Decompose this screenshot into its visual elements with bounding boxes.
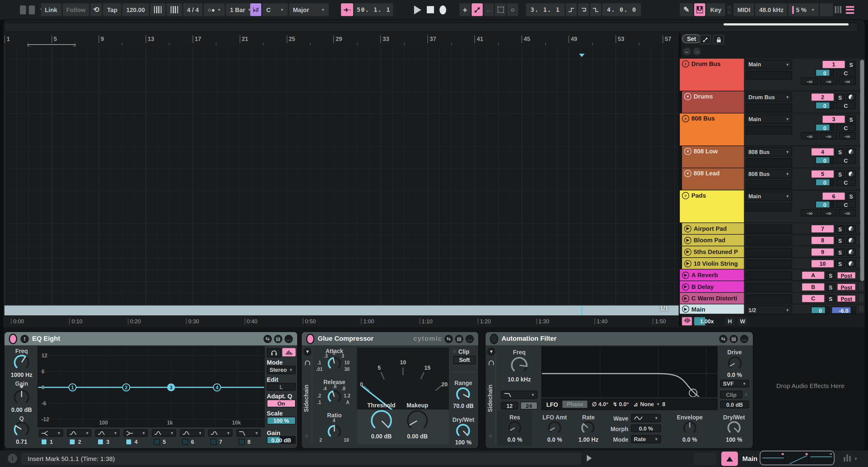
key-scale-icon[interactable]: ♭♯: [250, 3, 261, 16]
input-routing-field[interactable]: [746, 103, 792, 112]
track-fold-icon[interactable]: ▶: [684, 248, 691, 255]
crossfade-field[interactable]: C: [836, 157, 856, 164]
output-routing-menu[interactable]: Main▼: [746, 192, 792, 201]
glue-threshold-value[interactable]: 0.00 dB: [365, 433, 398, 439]
pan-field[interactable]: 0: [815, 69, 834, 76]
playback-speed-field[interactable]: 1.00x: [694, 317, 719, 325]
key-map-button[interactable]: Key: [707, 3, 725, 16]
track-activator[interactable]: 10: [812, 260, 834, 267]
track-scrollbar[interactable]: [860, 60, 864, 281]
routing-field[interactable]: [746, 225, 792, 234]
draw-mode-icon[interactable]: ✎: [680, 3, 693, 16]
device-title[interactable]: Glue Compressor: [318, 335, 373, 343]
tempo-follow-icon[interactable]: ⟲: [90, 3, 102, 16]
af-phase-tab[interactable]: Phase: [562, 401, 588, 408]
af-wave-menu[interactable]: ▼: [631, 414, 661, 423]
af-slope-12-button[interactable]: 12: [501, 402, 518, 409]
glue-range-knob[interactable]: [456, 387, 471, 402]
track-activator[interactable]: 9: [812, 249, 834, 256]
output-routing-menu[interactable]: 808 Bus▼: [746, 147, 792, 157]
af-envelope-value[interactable]: 0.0 %: [673, 436, 707, 443]
width-zoom-button[interactable]: W: [738, 317, 747, 325]
save-preset-icon[interactable]: ▤: [455, 335, 464, 343]
insert-marker-triangle[interactable]: [579, 54, 584, 57]
eq-band-7[interactable]: ▼7: [208, 429, 235, 445]
save-preset-icon[interactable]: ▤: [274, 335, 282, 343]
track-name[interactable]: Drums: [693, 93, 713, 100]
device-fold-icon[interactable]: ▼: [487, 347, 495, 356]
arm-button[interactable]: [846, 93, 856, 101]
set-locator-button[interactable]: Set: [682, 34, 701, 43]
nudge-up-button[interactable]: [166, 3, 182, 16]
track-name[interactable]: B Delay: [691, 283, 714, 290]
output-routing-menu[interactable]: Drum Bus▼: [746, 93, 792, 102]
send-field[interactable]: -∞: [820, 209, 837, 216]
solo-button[interactable]: S: [826, 272, 835, 279]
glue-makeup-knob[interactable]: [406, 409, 428, 431]
af-slope-24-button[interactable]: 24: [521, 402, 538, 409]
glue-drywet-value[interactable]: 100 %: [449, 439, 478, 446]
pan-field[interactable]: 0: [815, 157, 834, 164]
track-header-main[interactable]: ▶Main1/2▼0-6.0: [680, 304, 865, 314]
af-sync-menu[interactable]: ⊿ None▼ 8: [633, 401, 665, 407]
solo-button[interactable]: S: [835, 170, 845, 178]
af-mode-menu[interactable]: Rate▼: [631, 435, 661, 443]
af-cutoff-handle[interactable]: [689, 389, 697, 397]
eq-band-toggle[interactable]: [41, 439, 47, 445]
track-header-airport-pad[interactable]: ▶Airport Pad7S: [680, 223, 865, 235]
track-header-drum-bus[interactable]: ≡Drum BusMain▼1S0C-∞-∞-∞: [680, 59, 865, 91]
af-res-value[interactable]: 0.0 %: [499, 436, 530, 443]
eq-band-toggle[interactable]: [154, 439, 160, 445]
eq-band-8[interactable]: ▼8: [236, 429, 263, 445]
glue-ratio-knob[interactable]: [327, 425, 342, 439]
eq-freq-value[interactable]: 1000 Hz: [5, 371, 38, 378]
solo-button[interactable]: S: [846, 192, 856, 200]
device-title[interactable]: EQ Eight: [32, 335, 60, 343]
eq-edit-channel[interactable]: L: [267, 383, 296, 391]
automation-mode-button[interactable]: [700, 35, 711, 44]
solo-button[interactable]: S: [835, 249, 845, 256]
track-name[interactable]: A Reverb: [691, 272, 718, 278]
scale-name-menu[interactable]: Major▼: [289, 3, 329, 16]
height-zoom-button[interactable]: H: [725, 317, 735, 325]
eq-scale-field[interactable]: 100 %: [267, 417, 296, 425]
pan-field[interactable]: 0: [815, 124, 834, 131]
hot-swap-icon[interactable]: ⇆: [264, 335, 272, 343]
routing-field[interactable]: [746, 283, 792, 292]
track-header-pads[interactable]: ≡PadsMain▼6S0C-∞-∞-∞: [680, 190, 865, 223]
routing-field[interactable]: [746, 236, 792, 245]
track-header-c-warm-distorti[interactable]: ▶C Warm DistortiCSPost: [680, 293, 865, 305]
link-button[interactable]: Link: [41, 3, 61, 16]
solo-button[interactable]: S: [846, 116, 856, 123]
track-name[interactable]: 10 Violin String: [693, 260, 738, 267]
input-routing-field[interactable]: [746, 71, 792, 80]
next-locator-button[interactable]: →: [693, 48, 701, 56]
output-levels-icon[interactable]: ▼: [844, 454, 858, 462]
eq-band-shape-menu[interactable]: ▼: [180, 429, 204, 437]
track-activator[interactable]: 7: [812, 225, 834, 232]
metronome-button[interactable]: ○●▼: [204, 3, 225, 16]
track-fold-icon[interactable]: ▶: [682, 295, 689, 302]
solo-button[interactable]: S: [835, 225, 845, 232]
track-name[interactable]: Drum Bus: [691, 60, 721, 67]
re-enable-automation-icon[interactable]: ←: [484, 3, 494, 16]
af-filter-type-menu[interactable]: ▼: [501, 391, 537, 399]
af-lfoamt-value[interactable]: 0.0 %: [538, 436, 571, 443]
track-activator[interactable]: 2: [812, 93, 834, 101]
glue-soft-clip-toggle[interactable]: Soft: [453, 356, 475, 364]
track-activator[interactable]: 6: [823, 192, 844, 200]
eq-adaptq-toggle[interactable]: On: [267, 400, 296, 407]
eq-spectrum-display[interactable]: 12341260-6-121001k10k: [38, 346, 265, 427]
solo-button[interactable]: S: [835, 260, 845, 267]
glue-range-value[interactable]: 70.0 dB: [449, 402, 478, 409]
cpu-meter[interactable]: 5 %▼: [788, 3, 818, 16]
eq-band-shape-menu[interactable]: ▼: [67, 429, 91, 437]
track-header-808-lead[interactable]: ▼808 Lead808 Bus▼5S0C: [680, 168, 865, 190]
track-fold-icon[interactable]: ▶: [684, 225, 691, 232]
menu-icon[interactable]: [846, 6, 854, 13]
track-activator[interactable]: C: [802, 295, 824, 302]
af-clip-toggle[interactable]: Clip: [720, 391, 742, 399]
track-name[interactable]: Airport Pad: [693, 225, 727, 232]
send-field[interactable]: -∞: [801, 209, 818, 216]
solo-button[interactable]: S: [835, 93, 845, 101]
